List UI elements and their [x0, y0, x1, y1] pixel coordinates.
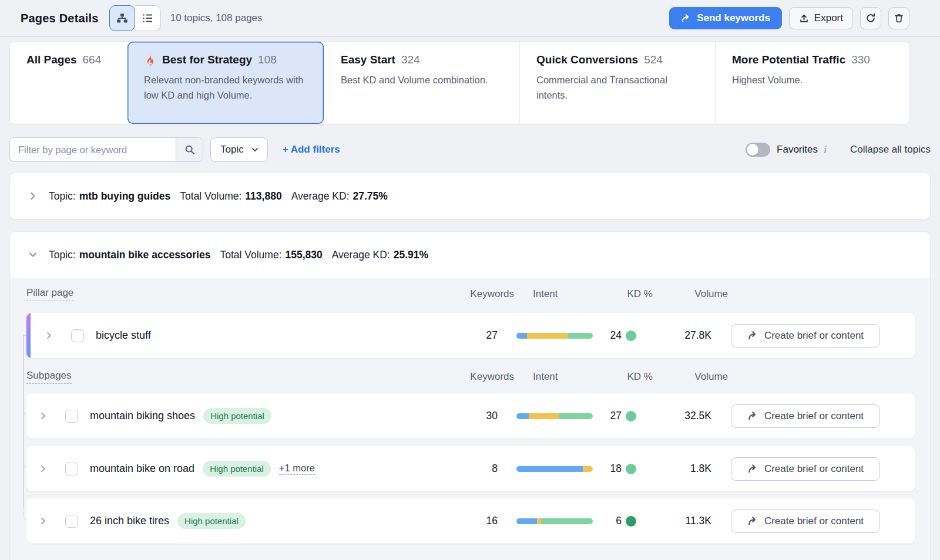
pillar-page-label[interactable]: Pillar page	[26, 287, 73, 301]
keywords-count: 16	[433, 515, 498, 527]
topic-total-volume: Total Volume:113,880	[180, 190, 281, 203]
topic-average-kd: Average KD:27.75%	[291, 190, 388, 203]
collapse-all-topics-link[interactable]: Collapse all topics	[850, 144, 931, 156]
subpage-row-mountain-biking-shoes: mountain biking shoes High potential 30 …	[26, 393, 915, 438]
kd-value: 24	[602, 329, 636, 342]
create-brief-button[interactable]: Create brief or content	[731, 510, 880, 533]
high-potential-badge: High potential	[177, 513, 246, 529]
view-toggle	[109, 5, 161, 31]
refresh-button[interactable]	[860, 7, 881, 29]
topic-body: Pillar page Keywords Intent KD % Volume …	[10, 278, 930, 560]
create-brief-button[interactable]: Create brief or content	[731, 457, 880, 481]
keywords-count: 30	[433, 410, 498, 422]
topic-name: Topic:mountain bike accessories	[49, 249, 210, 261]
column-kd: KD %	[619, 288, 653, 300]
high-potential-badge: High potential	[203, 408, 271, 424]
pages-details-screen: Pages Details	[0, 0, 940, 560]
row-checkbox[interactable]	[65, 410, 78, 423]
expand-row-icon[interactable]	[42, 329, 56, 343]
list-icon	[142, 12, 153, 24]
subpages-label[interactable]: Subpages	[26, 370, 72, 384]
sitemap-icon	[116, 12, 128, 24]
topic-map-view-button[interactable]	[109, 5, 135, 31]
tree-connector-line	[23, 335, 24, 507]
tab-quick-conversions[interactable]: Quick Conversions 524 Commercial and Tra…	[519, 42, 715, 124]
page-name[interactable]: mountain biking shoes	[90, 410, 195, 422]
expand-row-icon[interactable]	[36, 514, 50, 528]
kd-dot	[626, 411, 636, 421]
filter-row: Topic + Add filters Favorites i Collapse…	[9, 137, 931, 162]
row-checkbox[interactable]	[65, 463, 78, 475]
subpages-header: Subpages Keywords Intent KD % Volume	[10, 364, 931, 390]
tab-description: Best KD and Volume combination.	[341, 72, 504, 87]
collapse-topic-icon[interactable]	[26, 248, 39, 261]
tab-best-for-strategy[interactable]: Best for Strategy 108 Relevant non-brand…	[127, 42, 324, 124]
more-badges-link[interactable]: +1 more	[279, 463, 315, 475]
column-volume: Volume	[653, 288, 728, 300]
high-potential-badge: High potential	[203, 461, 271, 477]
add-filters-link[interactable]: + Add filters	[283, 144, 340, 156]
export-icon	[799, 14, 809, 23]
tab-description: Relevant non-branded keywords with low K…	[144, 72, 308, 103]
expand-topic-icon[interactable]	[26, 190, 39, 203]
send-keywords-button[interactable]: Send keywords	[669, 7, 782, 29]
pillar-page-header: Pillar page Keywords Intent KD % Volume	[10, 281, 931, 307]
row-checkbox[interactable]	[65, 515, 78, 528]
page-title: Pages Details	[21, 12, 99, 25]
kd-value: 27	[602, 410, 636, 422]
page-name[interactable]: bicycle stuff	[96, 329, 151, 342]
pillar-row-bicycle-stuff: bicycle stuff 27 24 27.8K Create brief o…	[26, 313, 915, 358]
tab-description: Highest Volume.	[732, 72, 895, 87]
tab-easy-start[interactable]: Easy Start 324 Best KD and Volume combin…	[324, 42, 519, 124]
export-button[interactable]: Export	[789, 7, 853, 29]
chevron-down-icon	[251, 146, 259, 154]
flame-icon	[144, 54, 156, 66]
keywords-count: 27	[433, 329, 498, 342]
column-keywords: Keywords	[449, 371, 514, 383]
kd-value: 18	[602, 463, 636, 475]
tab-all-pages[interactable]: All Pages 664	[10, 42, 127, 124]
delete-button[interactable]	[888, 7, 909, 29]
create-brief-button[interactable]: Create brief or content	[731, 324, 880, 348]
search-icon	[184, 144, 195, 155]
expand-row-icon[interactable]	[36, 409, 50, 423]
search-input[interactable]	[10, 138, 176, 161]
intent-bar	[516, 466, 593, 472]
topic-total-volume: Total Volume:155,830	[220, 249, 322, 261]
create-brief-button[interactable]: Create brief or content	[731, 404, 880, 428]
column-kd: KD %	[619, 371, 653, 383]
column-volume: Volume	[653, 371, 728, 383]
tab-more-potential-traffic[interactable]: More Potential Traffic 330 Highest Volum…	[715, 42, 910, 124]
search-button[interactable]	[176, 138, 203, 161]
trash-icon	[894, 13, 904, 23]
topic-average-kd: Average KD:25.91%	[332, 249, 428, 261]
page-name[interactable]: 26 inch bike tires	[90, 515, 169, 527]
toggle-knob	[747, 144, 758, 156]
list-view-button[interactable]	[135, 5, 161, 31]
intent-bar	[516, 413, 593, 419]
volume-value: 1.8K	[636, 463, 711, 475]
topic-filter-dropdown[interactable]: Topic	[210, 137, 268, 162]
subpage-row-26-inch-bike-tires: 26 inch bike tires High potential 16 6 1…	[26, 498, 915, 544]
info-icon[interactable]: i	[824, 144, 827, 156]
kd-dot	[626, 330, 636, 341]
column-intent: Intent	[533, 371, 609, 383]
keywords-count: 8	[433, 463, 498, 475]
refresh-icon	[865, 13, 876, 23]
send-arrow-icon	[681, 14, 691, 23]
intent-bar	[516, 333, 593, 339]
topic-name: Topic:mtb buying guides	[49, 190, 170, 203]
volume-value: 27.8K	[636, 329, 711, 342]
favorites-toggle[interactable]	[746, 143, 770, 157]
page-name[interactable]: mountain bike on road	[90, 463, 194, 475]
keyword-filter	[9, 137, 203, 162]
expand-row-icon[interactable]	[36, 462, 50, 476]
column-keywords: Keywords	[449, 288, 514, 300]
intent-bar	[516, 518, 593, 524]
topbar: Pages Details	[0, 0, 940, 37]
kd-value: 6	[602, 515, 636, 527]
topbar-actions: Send keywords Export	[669, 7, 909, 29]
kd-dot	[626, 516, 636, 527]
row-checkbox[interactable]	[71, 329, 84, 342]
volume-value: 11.3K	[636, 515, 711, 527]
